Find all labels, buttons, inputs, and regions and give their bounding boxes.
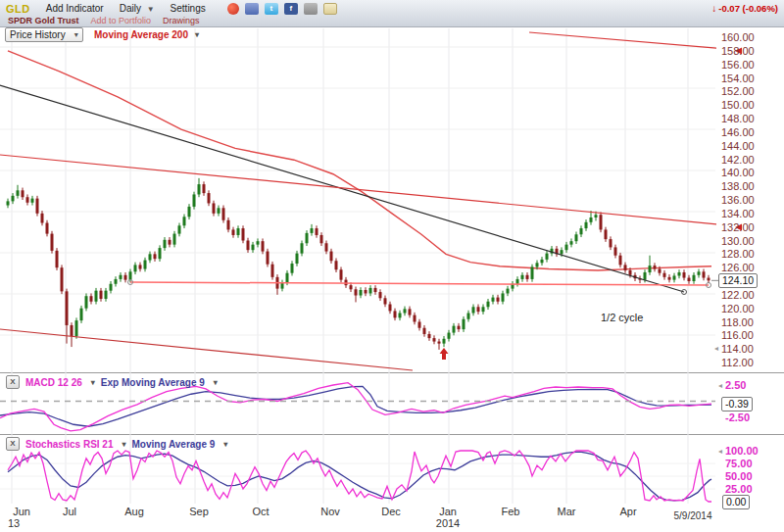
chevron-down-icon: ▾ bbox=[122, 440, 125, 449]
alerts-icon[interactable] bbox=[227, 3, 239, 15]
macd-lower-label: -2.50 bbox=[725, 411, 750, 423]
stoch-title-dropdown[interactable]: Stochastics RSI 21 bbox=[25, 439, 113, 450]
price-axis-label: 156.00 bbox=[721, 59, 780, 71]
price-axis-label: 144.00 bbox=[721, 140, 780, 152]
stoch-axis-label: 100.00 bbox=[725, 445, 759, 457]
channel-top-trendline bbox=[0, 155, 738, 226]
macd-upper-label: 2.50 bbox=[725, 379, 746, 391]
chevron-down-icon: ▾ bbox=[74, 30, 78, 39]
interval-value: Daily bbox=[120, 3, 141, 14]
price-axis-label: 134.00 bbox=[721, 208, 780, 219]
price-axis-label: 118.00 bbox=[721, 316, 780, 328]
last-price-box: 124.10 bbox=[718, 273, 758, 288]
chevron-down-icon: ▼ bbox=[147, 5, 155, 14]
price-axis-label: 130.00 bbox=[721, 235, 780, 247]
month-label: Aug bbox=[124, 506, 144, 517]
cube-icon[interactable] bbox=[245, 3, 259, 15]
price-axis-label: 142.00 bbox=[721, 154, 780, 166]
price-axis-label: 116.00 bbox=[721, 329, 780, 341]
price-change-area: ↓ -0.07 (-0.06%) bbox=[711, 3, 778, 14]
settings-button[interactable]: Settings bbox=[171, 3, 206, 14]
toolbar-row-security: SPDR Gold Trust Add to Portfolio Drawing… bbox=[8, 16, 200, 25]
price-axis-label: 150.00 bbox=[721, 99, 780, 111]
toolbar-icon-cluster: t f bbox=[227, 3, 337, 15]
price-axis-label: 146.00 bbox=[721, 126, 780, 138]
month-label: Apr bbox=[619, 506, 636, 517]
half-cycle-annotation: 1/2 cycle bbox=[601, 312, 643, 323]
macd-value-box: -0.39 bbox=[721, 397, 753, 411]
stoch-axis-label: 75.00 bbox=[725, 458, 753, 469]
chevron-down-icon: ▾ bbox=[223, 440, 227, 449]
price-axis-label: 126.00 bbox=[721, 262, 780, 273]
month-label: Sep bbox=[189, 506, 209, 517]
price-axis-label: 132.00 bbox=[721, 221, 780, 233]
month-label: Mar bbox=[558, 506, 576, 517]
month-label: Jan bbox=[439, 506, 457, 517]
price-history-dropdown[interactable]: Price History ▾ bbox=[5, 27, 83, 42]
macd-title-dropdown[interactable]: MACD 12 26 bbox=[25, 377, 82, 388]
price-axis-label: 138.00 bbox=[721, 180, 780, 192]
price-axis-label: 112.00 bbox=[721, 357, 780, 368]
month-label: Nov bbox=[320, 506, 340, 517]
add-indicator-button[interactable]: Add Indicator bbox=[46, 3, 104, 14]
macd-header: X MACD 12 26 ▾ Exp Moving Average 9 ▾ bbox=[6, 375, 218, 389]
price-axis-label: 114.00 bbox=[721, 343, 780, 355]
macd-signal-dropdown[interactable]: Exp Moving Average 9 bbox=[101, 377, 205, 388]
ma200-label: Moving Average 200 bbox=[94, 29, 188, 40]
macd-signal-label: Exp Moving Average 9 bbox=[101, 377, 205, 388]
price-axis-label: 152.00 bbox=[721, 85, 780, 97]
latest-date-label: 5/9/2014 bbox=[674, 510, 712, 521]
stoch-value-box: 0.00 bbox=[722, 495, 750, 509]
month-label: Feb bbox=[502, 506, 520, 517]
month-label: Jun bbox=[13, 506, 30, 517]
price-axis-label: 140.00 bbox=[721, 167, 780, 178]
drawings-link[interactable]: Drawings bbox=[163, 16, 200, 25]
price-axis-label: 154.00 bbox=[721, 73, 780, 84]
price-history-label: Price History bbox=[10, 29, 66, 40]
price-axis-label: 120.00 bbox=[721, 303, 780, 314]
interval-dropdown[interactable]: Daily ▼ bbox=[120, 3, 155, 14]
close-icon[interactable]: X bbox=[6, 437, 20, 451]
camera-icon[interactable] bbox=[304, 3, 318, 15]
up-arrow-icon bbox=[440, 348, 449, 360]
charting-app-window: GLD Add Indicator Daily ▼ Settings t f ↓… bbox=[0, 0, 784, 532]
close-icon[interactable]: X bbox=[6, 375, 20, 389]
price-change-text: -0.07 (-0.06%) bbox=[718, 3, 778, 14]
axis-marker-icon: ◂ bbox=[714, 344, 718, 353]
symbol-label[interactable]: GLD bbox=[6, 3, 30, 15]
ma200-overlay-dropdown[interactable]: Moving Average 200 ▾ bbox=[94, 29, 199, 40]
stoch-ma-dropdown[interactable]: Moving Average 9 bbox=[132, 439, 216, 450]
year-label: 2014 bbox=[436, 517, 460, 529]
add-to-portfolio-link[interactable]: Add to Portfolio bbox=[91, 16, 152, 25]
toolbar: GLD Add Indicator Daily ▼ Settings t f ↓… bbox=[0, 0, 784, 27]
price-axis-label: 160.00 bbox=[721, 31, 780, 43]
toolbar-row-main: GLD Add Indicator Daily ▼ Settings t f bbox=[6, 2, 337, 15]
year-label: 13 bbox=[8, 517, 20, 529]
price-axis-label: 148.00 bbox=[721, 113, 780, 124]
month-label: Dec bbox=[381, 506, 401, 517]
chevron-down-icon: ▾ bbox=[91, 378, 95, 387]
security-name-label: SPDR Gold Trust bbox=[8, 16, 79, 25]
month-label: Oct bbox=[252, 506, 269, 517]
month-label: Jul bbox=[63, 506, 76, 517]
horizontal-support-line bbox=[128, 280, 711, 288]
axis-marker-icon: ◂ bbox=[718, 381, 722, 390]
price-axis-label: 158.00 bbox=[721, 45, 780, 57]
black-downtrend-line bbox=[0, 85, 687, 295]
chart-canvas[interactable] bbox=[0, 0, 784, 532]
down-arrow-icon: ↓ bbox=[711, 3, 716, 14]
chevron-down-icon: ▾ bbox=[214, 378, 218, 387]
stoch-axis-label: 50.00 bbox=[725, 470, 753, 482]
stoch-ma-label: Moving Average 9 bbox=[132, 439, 216, 450]
price-axis-label: 136.00 bbox=[721, 194, 780, 206]
stoch-axis-label: 25.00 bbox=[725, 483, 753, 495]
chevron-down-icon: ▾ bbox=[195, 30, 199, 39]
stochastics-header: X Stochastics RSI 21 ▾ Moving Average 9 … bbox=[6, 437, 227, 451]
facebook-icon[interactable]: f bbox=[284, 3, 298, 15]
notes-icon[interactable] bbox=[323, 3, 337, 15]
price-axis-label: 128.00 bbox=[721, 248, 780, 260]
axis-marker-icon: ◂ bbox=[718, 447, 722, 456]
stoch-title: Stochastics RSI 21 bbox=[25, 439, 113, 450]
price-axis-label: 122.00 bbox=[721, 289, 780, 301]
twitter-icon[interactable]: t bbox=[265, 3, 278, 15]
